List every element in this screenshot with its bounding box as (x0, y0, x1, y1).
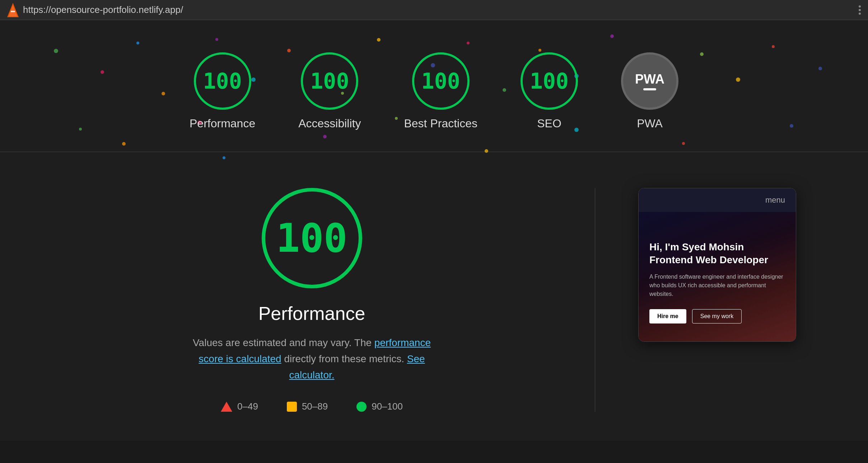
confetti-dot (377, 38, 381, 42)
description-middle: directly from these metrics. (281, 353, 407, 364)
legend-item-average: 50–89 (287, 401, 328, 412)
confetti-dot (215, 38, 218, 41)
scores-row: 100 Performance 100 Accessibility 100 Be… (0, 42, 868, 152)
right-panel: menu Hi, I'm Syed MohsinFrontend Web Dev… (624, 188, 811, 412)
svg-rect-2 (11, 11, 15, 12)
triangle-icon (221, 402, 232, 412)
score-item-best-practices: 100 Best Practices (404, 52, 477, 130)
fail-icon (221, 402, 232, 412)
score-label-performance: Performance (190, 117, 255, 130)
average-icon (287, 402, 297, 412)
left-panel: 100 Performance Values are estimated and… (57, 188, 566, 412)
performance-title: Performance (258, 303, 365, 324)
score-item-accessibility: 100 Accessibility (298, 52, 361, 130)
score-description: Values are estimated and may vary. The p… (186, 335, 438, 383)
pwa-dash-icon (643, 88, 656, 90)
score-label-accessibility: Accessibility (298, 117, 361, 130)
mobile-menu-label: menu (765, 195, 785, 205)
legend-range-pass: 90–100 (372, 401, 403, 412)
hire-me-button[interactable]: Hire me (649, 309, 686, 323)
score-legend: 0–49 50–89 90–100 (221, 401, 403, 412)
score-circle-seo: 100 (521, 52, 578, 110)
mobile-header: menu (639, 188, 796, 212)
mobile-cta-buttons: Hire me See my work (649, 309, 785, 323)
large-score-circle: 100 (262, 188, 362, 288)
square-icon (287, 402, 297, 412)
legend-item-pass: 90–100 (356, 401, 403, 412)
legend-range-average: 50–89 (302, 401, 328, 412)
confetti-dot (223, 156, 225, 159)
pwa-badge: PWA (635, 72, 664, 90)
mobile-hero-title: Hi, I'm Syed MohsinFrontend Web Develope… (649, 241, 785, 267)
score-item-performance: 100 Performance (190, 52, 255, 130)
mobile-hero: Hi, I'm Syed MohsinFrontend Web Develope… (639, 212, 796, 341)
pwa-text: PWA (635, 72, 664, 87)
score-value-seo: 100 (530, 68, 569, 94)
score-label-pwa: PWA (637, 117, 663, 130)
score-value-best-practices: 100 (421, 68, 460, 94)
browser-url: https://opensource-portfolio.netlify.app… (23, 4, 183, 15)
pass-icon (356, 402, 367, 412)
vertical-divider (595, 188, 595, 412)
large-score-value: 100 (276, 215, 347, 261)
bottom-section: 100 Performance Values are estimated and… (0, 174, 868, 426)
see-my-work-button[interactable]: See my work (692, 309, 742, 323)
browser-menu-dots (859, 5, 861, 15)
mobile-preview: menu Hi, I'm Syed MohsinFrontend Web Dev… (638, 188, 796, 342)
browser-bar: https://opensource-portfolio.netlify.app… (0, 0, 868, 20)
score-circle-best-practices: 100 (412, 52, 470, 110)
mobile-hero-content: Hi, I'm Syed MohsinFrontend Web Develope… (649, 241, 785, 323)
score-circle-accessibility: 100 (301, 52, 358, 110)
lighthouse-icon (7, 3, 19, 17)
description-prefix: Values are estimated and may vary. The (193, 337, 374, 348)
score-item-pwa: PWA PWA (621, 52, 678, 130)
score-value-performance: 100 (203, 68, 242, 94)
score-item-seo: 100 SEO (521, 52, 578, 130)
circle-dot-icon (356, 402, 367, 412)
confetti-dot (610, 34, 614, 38)
score-value-accessibility: 100 (310, 68, 349, 94)
section-divider (0, 152, 868, 152)
legend-range-fail: 0–49 (237, 401, 258, 412)
main-content: 100 Performance 100 Accessibility 100 Be… (0, 20, 868, 441)
mobile-hero-subtitle: A Frontend software engineer and interfa… (649, 273, 785, 298)
score-label-seo: SEO (537, 117, 561, 130)
score-circle-performance: 100 (194, 52, 251, 110)
score-label-best-practices: Best Practices (404, 117, 477, 130)
legend-item-fail: 0–49 (221, 401, 258, 412)
score-circle-pwa: PWA (621, 52, 678, 110)
